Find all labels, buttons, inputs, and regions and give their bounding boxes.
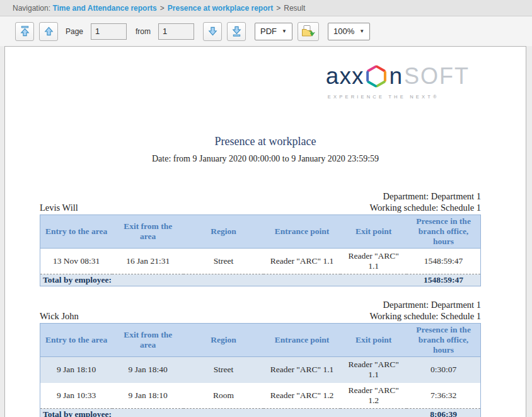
column-header: Presence in the branch office, hours <box>407 215 480 249</box>
table-cell: Room <box>183 383 263 409</box>
table-cell: 13 Nov 08:31 <box>40 249 113 274</box>
table-cell: Reader "ARC" 1.2 <box>340 383 407 409</box>
table-header-row: Entry to the areaExit from the areaRegio… <box>40 324 481 357</box>
export-report-icon <box>301 25 316 38</box>
table-header-row: Entry to the areaExit from the areaRegio… <box>40 215 481 249</box>
zoom-select[interactable]: 100% ▼ <box>328 23 370 40</box>
first-page-icon <box>19 25 31 37</box>
employee-name: Levis Will <box>40 202 78 213</box>
total-by-employee-value: 8:06:39 <box>407 409 480 417</box>
format-select[interactable]: PDF ▼ <box>255 23 292 40</box>
report-sections: Department: Department 1 Levis Will Work… <box>40 191 481 417</box>
column-header: Entrance point <box>263 324 340 357</box>
table-cell: Reader "ARC" 1.1 <box>340 249 407 274</box>
column-header: Exit point <box>340 324 407 357</box>
total-row: Total by employee: 1548:59:47 <box>40 274 481 286</box>
breadcrumb-separator: > <box>276 4 280 13</box>
report-date-range: Date: from 9 January 2020 00:00:00 to 9 … <box>5 154 526 164</box>
employee-name: Wick John <box>40 310 79 322</box>
table-cell: 9 Jan 18:10 <box>112 383 183 409</box>
table-cell: Reader "ARC" 1.2 <box>263 383 340 409</box>
logo-tagline: EXPERIENCE THE NEXT® <box>326 94 470 100</box>
breadcrumb: Navigation: Time and Attendance reports … <box>0 0 532 16</box>
breadcrumb-link-presence-report[interactable]: Presence at workplace report <box>168 4 273 13</box>
column-header: Entry to the area <box>40 324 113 357</box>
table-cell: 16 Jan 21:31 <box>112 249 183 274</box>
axxonsoft-logo: axx n SOFT EXPERIENCE THE NEXT® <box>326 63 470 100</box>
chevron-down-icon: ▼ <box>359 28 364 34</box>
table-row: 13 Nov 08:3116 Jan 21:31StreetReader "AR… <box>40 249 481 274</box>
table-cell: 7:36:32 <box>407 383 480 409</box>
format-select-value: PDF <box>260 26 277 36</box>
total-by-employee-value: 1548:59:47 <box>407 274 480 286</box>
table-cell: 9 Jan 18:40 <box>112 357 183 383</box>
employee-section: Department: Department 1 Levis Will Work… <box>40 191 481 286</box>
logo-text-soft: SOFT <box>404 63 470 90</box>
breadcrumb-link-time-attendance[interactable]: Time and Attendance reports <box>52 4 156 13</box>
logo-text-axx: axx <box>326 63 364 90</box>
table-cell: Reader "ARC" 1.1 <box>340 357 407 383</box>
table-cell: Street <box>183 357 263 383</box>
table-cell: 9 Jan 10:33 <box>40 383 113 409</box>
previous-page-button[interactable] <box>39 22 58 41</box>
presence-table: Entry to the areaExit from the areaRegio… <box>40 323 481 417</box>
column-header: Presence in the branch office, hours <box>407 324 480 357</box>
working-schedule-label: Working schedule: Schedule 1 <box>370 310 481 322</box>
next-page-button[interactable] <box>203 22 222 41</box>
report-page: axx n SOFT EXPERIENCE THE NEXT® Presence… <box>4 46 526 417</box>
column-header: Entry to the area <box>40 215 113 249</box>
column-header: Entrance point <box>263 215 340 249</box>
employee-section: Department: Department 1 Wick John Worki… <box>40 299 481 417</box>
report-toolbar: Page from PDF ▼ 100% ▼ <box>0 16 532 46</box>
table-cell: 1548:59:47 <box>407 249 480 274</box>
column-header: Region <box>183 324 263 357</box>
export-button[interactable] <box>298 22 319 41</box>
department-label: Department: Department 1 <box>40 191 481 202</box>
total-by-employee-label: Total by employee: <box>40 274 407 286</box>
total-pages-input[interactable] <box>158 23 194 40</box>
breadcrumb-label: Navigation: <box>13 4 50 13</box>
breadcrumb-current: Result <box>284 4 305 13</box>
next-page-icon <box>207 25 219 37</box>
table-cell: 9 Jan 18:10 <box>40 357 113 383</box>
total-row: Total by employee: 8:06:39 <box>40 409 481 417</box>
table-cell: Street <box>183 249 263 274</box>
last-page-icon <box>231 25 243 37</box>
from-label: from <box>136 27 151 36</box>
breadcrumb-separator: > <box>160 4 165 13</box>
page-label: Page <box>66 27 83 36</box>
column-header: Exit from the area <box>112 215 183 249</box>
column-header: Exit point <box>340 215 407 249</box>
report-title: Presence at workplace <box>5 135 526 148</box>
department-label: Department: Department 1 <box>40 299 481 310</box>
working-schedule-label: Working schedule: Schedule 1 <box>370 202 481 213</box>
chevron-down-icon: ▼ <box>282 28 287 34</box>
table-cell: Reader "ARC" 1.1 <box>263 249 340 274</box>
table-cell: Reader "ARC" 1.1 <box>263 357 340 383</box>
last-page-button[interactable] <box>227 22 246 41</box>
table-row: 9 Jan 10:339 Jan 18:10RoomReader "ARC" 1… <box>40 383 481 409</box>
table-cell: 0:30:07 <box>407 357 480 383</box>
logo-text-n: n <box>389 63 403 90</box>
zoom-select-value: 100% <box>333 26 354 36</box>
table-row: 9 Jan 18:109 Jan 18:40StreetReader "ARC"… <box>40 357 481 383</box>
first-page-button[interactable] <box>15 22 34 41</box>
presence-table: Entry to the areaExit from the areaRegio… <box>40 214 481 286</box>
column-header: Region <box>183 215 263 249</box>
page-number-input[interactable] <box>91 23 127 40</box>
previous-page-icon <box>43 25 55 37</box>
column-header: Exit from the area <box>112 324 183 357</box>
hexagon-icon <box>366 64 387 88</box>
total-by-employee-label: Total by employee: <box>40 409 407 417</box>
